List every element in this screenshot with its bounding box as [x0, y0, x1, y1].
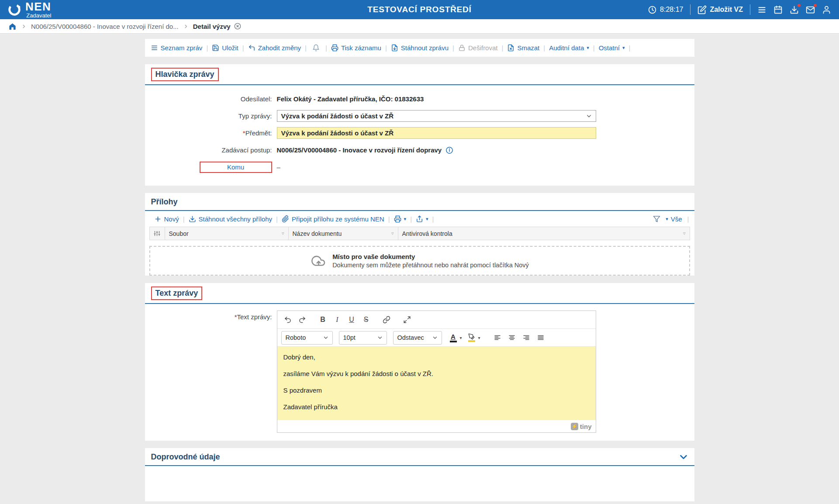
message-type-select[interactable]: Výzva k podání žádosti o účast v ZŘ	[277, 110, 596, 122]
other-label: Ostatní	[599, 44, 620, 52]
chevron-right-icon	[183, 24, 188, 29]
breadcrumb-procurement[interactable]: N006/25/V00004860 - Inovace v rozvoji ří…	[31, 23, 179, 30]
font-family-select[interactable]: Roboto	[281, 331, 333, 345]
form-row-sender: Odesílatel: Felix Okátý - Zadavatel přír…	[151, 92, 688, 106]
chevron-down-icon: ▾	[404, 217, 407, 221]
save-button[interactable]: Uložit	[208, 44, 242, 52]
align-center-button[interactable]	[505, 331, 519, 344]
lock-icon	[458, 44, 466, 52]
filter-icon[interactable]	[653, 215, 660, 223]
create-vz-label: Založit VZ	[710, 6, 743, 14]
print-record-label: Tisk záznamu	[341, 44, 381, 52]
decrypt-button[interactable]: Dešifrovat	[454, 44, 502, 52]
tiny-brand-label: tiny	[580, 423, 592, 430]
collapse-chevron-icon[interactable]	[679, 452, 688, 462]
section-attachments: Přílohy Nový | Stáhnout všechny přílohy …	[145, 193, 694, 276]
chevron-down-icon: ▾	[426, 217, 428, 221]
font-family-value: Roboto	[286, 334, 306, 341]
column-antivirus-label: Antivirová kontrola	[402, 230, 452, 237]
breadcrumb-current-label: Detail výzvy	[193, 23, 231, 30]
column-filter-icon[interactable]: ▿	[388, 231, 394, 236]
environment-title: TESTOVACÍ PROSTŘEDÍ	[367, 5, 471, 14]
attachments-toolbar: Nový | Stáhnout všechny přílohy | Připoj…	[145, 211, 694, 227]
subject-input[interactable]	[277, 127, 596, 139]
profile-button[interactable]	[822, 5, 831, 14]
show-all-filter[interactable]: ▾ Vše	[665, 215, 683, 223]
recipients-picker-link[interactable]: Komu	[200, 162, 272, 173]
messages-button[interactable]	[806, 5, 815, 14]
tutorial-highlight-box: Text zprávy	[151, 287, 203, 300]
attachments-dropzone[interactable]: Místo pro vaše dokumenty Dokumenty sem m…	[149, 246, 690, 276]
download-message-button[interactable]: Stáhnout zprávu	[387, 44, 452, 52]
column-header-document-name[interactable]: Název dokumentu ▿	[289, 227, 398, 240]
column-filter-icon[interactable]: ▿	[278, 231, 284, 236]
editor-toolbar-2: Roboto 10pt Odstavec A ▾	[277, 329, 596, 347]
home-button[interactable]	[8, 22, 17, 31]
notifications-bell-button[interactable]	[307, 44, 325, 52]
clock-icon	[648, 5, 657, 14]
topbar: NEN Zadavatel TESTOVACÍ PROSTŘEDÍ 8:28:1…	[0, 0, 839, 19]
section-title: Hlavička zprávy	[155, 70, 214, 79]
underline-button[interactable]: U	[345, 313, 359, 326]
print-attachments-menu[interactable]: ▾	[390, 215, 411, 223]
align-right-button[interactable]	[520, 331, 533, 344]
editor-statusbar: ⚡ tiny	[277, 420, 596, 432]
message-list-button[interactable]: Seznam zpráv	[147, 44, 207, 52]
audit-data-menu[interactable]: Auditní data ▾	[545, 44, 593, 52]
link-button[interactable]	[380, 313, 394, 326]
download-all-attachments-button[interactable]: Stáhnout všechny přílohy	[185, 215, 276, 223]
tiny-bolt-icon: ⚡	[571, 423, 578, 430]
tinymce-brand-link[interactable]: ⚡ tiny	[571, 423, 592, 430]
attach-from-nen-button[interactable]: Připojit přílohu ze systému NEN	[278, 215, 388, 223]
redo-button[interactable]	[296, 313, 309, 326]
hamburger-icon	[757, 5, 766, 14]
section-title: Doprovodné údaje	[151, 452, 220, 462]
nen-logo[interactable]: NEN Zadavatel	[7, 1, 51, 18]
other-menu[interactable]: Ostatní ▾	[595, 44, 629, 52]
download-all-label: Stáhnout všechny přílohy	[199, 215, 272, 223]
dropzone-title: Místo pro vaše dokumenty	[332, 253, 529, 260]
calendar-icon	[773, 5, 783, 14]
procedure-label: Zadávací postup:	[151, 146, 277, 154]
app-name: NEN	[25, 1, 51, 12]
text-color-button[interactable]: A ▾	[448, 331, 463, 344]
message-text-label-text: Text zprávy:	[237, 313, 272, 321]
info-icon[interactable]	[445, 146, 453, 154]
export-attachments-menu[interactable]: ▾	[412, 215, 432, 223]
sliders-icon	[154, 230, 160, 237]
italic-button[interactable]: I	[331, 313, 344, 326]
column-header-antivirus[interactable]: Antivirová kontrola ▿	[398, 227, 690, 240]
footer-actions: Odeslat Podepsat a odeslat	[145, 501, 694, 504]
column-settings-button[interactable]	[150, 227, 165, 240]
compose-icon	[697, 5, 707, 14]
close-tab-icon[interactable]	[234, 23, 241, 30]
strikethrough-button[interactable]: S	[359, 313, 373, 326]
delete-button[interactable]: Smazat	[503, 44, 543, 52]
message-body-editable[interactable]: Dobrý den, zasíláme Vám výzvu k podání ž…	[277, 347, 596, 420]
print-record-button[interactable]: Tisk záznamu	[327, 44, 385, 52]
calendar-button[interactable]	[773, 5, 783, 14]
decrypt-label: Dešifrovat	[468, 44, 498, 52]
block-format-select[interactable]: Odstavec	[393, 331, 442, 345]
nen-logo-icon	[7, 2, 22, 17]
highlight-color-button[interactable]: ▾	[466, 331, 482, 344]
undo-button[interactable]	[281, 313, 295, 326]
create-vz-button[interactable]: Založit VZ	[697, 5, 743, 14]
font-size-select[interactable]: 10pt	[339, 331, 387, 345]
column-header-file[interactable]: Soubor ▿	[165, 227, 289, 240]
align-left-button[interactable]	[491, 331, 504, 344]
breadcrumb-current-tab[interactable]: Detail výzvy	[193, 23, 241, 30]
time-text: 8:28:17	[660, 6, 683, 14]
downloads-button[interactable]	[790, 5, 799, 14]
new-attachment-button[interactable]: Nový	[150, 215, 183, 223]
column-filter-icon[interactable]: ▿	[680, 231, 686, 236]
additional-data-header[interactable]: Doprovodné údaje	[145, 448, 694, 466]
fullscreen-button[interactable]	[401, 313, 414, 326]
discard-changes-button[interactable]: Zahodit změny	[244, 44, 305, 52]
bold-button[interactable]: B	[316, 313, 330, 326]
align-justify-button[interactable]	[534, 331, 548, 344]
message-line: S pozdravem	[283, 387, 590, 394]
record-toolbar: Seznam zpráv | Uložit | Zahodit změny | …	[145, 39, 694, 57]
message-line: zasíláme Vám výzvu k podání žádosti o úč…	[283, 370, 590, 377]
menu-button[interactable]	[757, 5, 766, 14]
